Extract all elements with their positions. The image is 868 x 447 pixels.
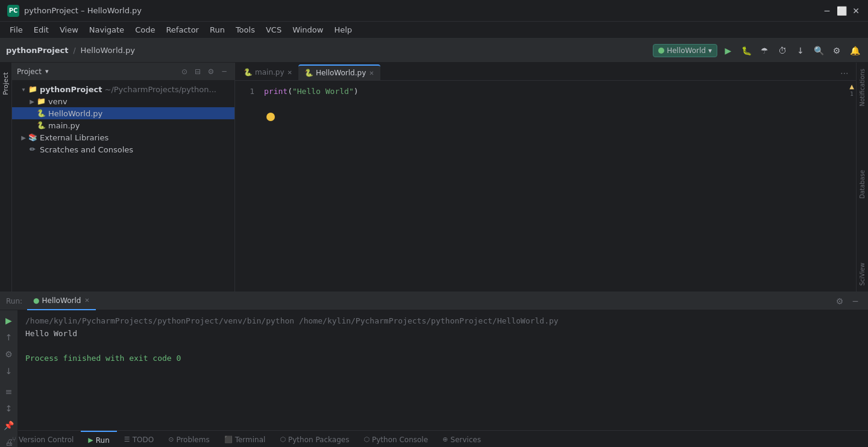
coverage-button[interactable]: ☂	[757, 43, 772, 58]
packages-icon: ⬡	[280, 436, 286, 443]
softrap-button[interactable]: ↕	[2, 402, 16, 415]
bottom-panel: Run: ● HelloWorld ✕ ⚙ ─ ▶ ↑ ⚙ ↓ ≡ ↕ 📌 🖨 …	[0, 292, 868, 430]
scroll-down-button[interactable]: ↓	[2, 364, 16, 378]
run-tab-label: HelloWorld	[42, 296, 81, 305]
btab-terminal-label: Terminal	[235, 436, 266, 444]
tree-item-helloworld[interactable]: 🐍 HelloWorld.py	[12, 107, 234, 119]
menu-view[interactable]: View	[55, 23, 83, 36]
menu-edit[interactable]: Edit	[29, 23, 54, 36]
run-output-line1: Hello World	[25, 328, 861, 340]
run-content: ▶ ↑ ⚙ ↓ ≡ ↕ 📌 🖨 🗑 /home/kylin/PycharmPro…	[0, 310, 868, 447]
editor-tab-bar: 🐍 main.py ✕ 🐍 HelloWorld.py ✕ ⋯	[235, 63, 856, 81]
line-numbers: 1	[235, 81, 259, 292]
code-area[interactable]: print("Hello World")	[259, 81, 848, 292]
main-filename: main.py	[48, 121, 80, 130]
maximize-button[interactable]: ⬜	[837, 6, 846, 16]
project-tree: ▾ 📁 pythonProject ~/PycharmProjects/pyth…	[12, 81, 234, 292]
main-tab-label: main.py	[255, 68, 285, 77]
run-panel-minimize-icon[interactable]: ─	[849, 295, 862, 308]
btab-services-label: Services	[450, 436, 481, 444]
menu-refactor[interactable]: Refactor	[161, 23, 204, 36]
panel-hide-icon[interactable]: ─	[219, 66, 230, 77]
root-arrow-icon: ▾	[19, 86, 28, 93]
toolbar-right: HelloWorld ▾ ▶ 🐛 ☂ ⏱ ↓ 🔍 ⚙ 🔔	[653, 43, 862, 58]
code-string: "Hello World"	[292, 87, 354, 96]
menu-tools[interactable]: Tools	[231, 23, 260, 36]
terminal-icon: ⬛	[224, 436, 233, 443]
run-button[interactable]: ▶	[721, 43, 735, 58]
ext-libs-icon: 📚	[28, 133, 37, 142]
stop-button[interactable]: ↑	[2, 331, 16, 344]
settings2-button[interactable]: ⚙	[2, 348, 16, 361]
panel-settings-icon[interactable]: ⚙	[206, 66, 216, 77]
btab-problems[interactable]: ⊙ Problems	[161, 431, 217, 448]
btab-services[interactable]: ⊕ Services	[435, 431, 488, 448]
btab-version-control[interactable]: ⑂ Version Control	[5, 431, 81, 448]
scope-icon[interactable]: ⊙	[179, 66, 190, 77]
right-tab-notifications[interactable]: Notifications	[858, 65, 867, 110]
wrap-button[interactable]: ≡	[2, 385, 16, 398]
run-tab-close[interactable]: ✕	[84, 297, 89, 304]
console-icon: ⬡	[363, 436, 370, 443]
main-tab-close[interactable]: ✕	[288, 69, 292, 76]
menu-file[interactable]: File	[5, 23, 28, 36]
run-config-label: HelloWorld	[667, 46, 706, 55]
btab-python-packages[interactable]: ⬡ Python Packages	[272, 431, 356, 448]
collapse-all-icon[interactable]: ⊟	[192, 66, 203, 77]
run-sidebar: ▶ ↑ ⚙ ↓ ≡ ↕ 📌 🖨 🗑	[0, 310, 18, 447]
ext-libs-arrow-icon: ▶	[19, 134, 28, 141]
hw-tab-close[interactable]: ✕	[369, 70, 374, 77]
project-label[interactable]: pythonProject	[6, 46, 69, 55]
minimize-button[interactable]: ─	[822, 6, 832, 16]
run-configuration[interactable]: HelloWorld ▾	[653, 44, 717, 57]
tab-more-button[interactable]: ⋯	[835, 66, 854, 80]
hw-filename: HelloWorld.py	[48, 109, 102, 118]
menu-window[interactable]: Window	[288, 23, 328, 36]
run-tab-helloworld[interactable]: ● HelloWorld ✕	[27, 292, 96, 310]
btab-run[interactable]: ▶ Run	[81, 431, 116, 448]
close-button[interactable]: ✕	[851, 6, 861, 16]
tab-main-py[interactable]: 🐍 main.py ✕	[237, 64, 298, 80]
hw-py-icon: 🐍	[36, 108, 46, 118]
bulb-icon[interactable]	[266, 113, 275, 121]
tree-item-root[interactable]: ▾ 📁 pythonProject ~/PycharmProjects/pyth…	[12, 83, 234, 95]
ext-libs-label: External Libraries	[40, 133, 108, 142]
right-tab-sciview[interactable]: SciView	[858, 259, 867, 289]
btab-vc-label: Version Control	[19, 436, 74, 444]
right-tab-database[interactable]: Database	[858, 166, 867, 202]
editor-scrollbar[interactable]: ▲ 1	[848, 81, 856, 292]
menu-vcs[interactable]: VCS	[261, 23, 286, 36]
tree-item-venv[interactable]: ▶ 📁 venv	[12, 95, 234, 107]
btab-todo[interactable]: ☰ TODO	[117, 431, 161, 448]
menu-run[interactable]: Run	[205, 23, 230, 36]
menu-help[interactable]: Help	[329, 23, 357, 36]
tree-item-main[interactable]: 🐍 main.py	[12, 119, 234, 131]
root-folder-icon: 📁	[28, 84, 37, 94]
debug-button[interactable]: 🐛	[739, 43, 753, 58]
scratches-icon: ✏	[28, 145, 37, 154]
settings-button[interactable]: ⚙	[829, 43, 844, 58]
profile-button[interactable]: ⏱	[775, 43, 790, 58]
notifications-button[interactable]: 🔔	[848, 43, 862, 58]
btab-console-label: Python Console	[372, 436, 428, 444]
btab-todo-label: TODO	[133, 436, 154, 444]
menu-code[interactable]: Code	[130, 23, 160, 36]
vcs-update-button[interactable]: ↓	[793, 43, 808, 58]
venv-folder-icon: 📁	[36, 96, 46, 106]
rerun-button[interactable]: ▶	[2, 314, 16, 327]
warning-marker: ▲	[849, 83, 854, 90]
tree-item-external-libs[interactable]: ▶ 📚 External Libraries	[12, 131, 234, 143]
toolbar: pythonProject / HelloWorld.py HelloWorld…	[0, 39, 868, 63]
search-everywhere-button[interactable]: 🔍	[811, 43, 826, 58]
btab-python-console[interactable]: ⬡ Python Console	[356, 431, 435, 448]
breadcrumb-separator: /	[74, 46, 76, 55]
todo-icon: ☰	[124, 436, 130, 443]
menu-navigate[interactable]: Navigate	[84, 23, 129, 36]
sidebar-tab-project[interactable]: Project	[1, 67, 11, 100]
run-panel-settings-icon[interactable]: ⚙	[833, 295, 846, 308]
tree-item-scratches[interactable]: ✏ Scratches and Consoles	[12, 143, 234, 155]
panel-dropdown-icon[interactable]: ▾	[45, 67, 49, 75]
run-tab-icon: ●	[33, 296, 39, 305]
tab-helloworld-py[interactable]: 🐍 HelloWorld.py ✕	[298, 64, 380, 80]
btab-terminal[interactable]: ⬛ Terminal	[217, 431, 273, 448]
